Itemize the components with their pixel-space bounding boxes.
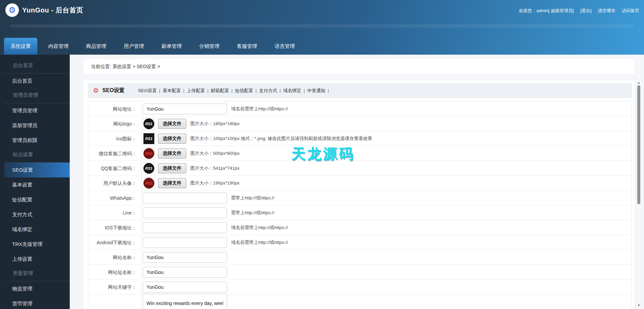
text-input[interactable] [143,267,227,278]
row-value-cell: RS1选择文件图片大小：541px*741px [141,161,632,176]
row-label: Android下载地址： [88,235,141,250]
row-label: 网站关键字： [88,280,141,294]
text-input[interactable] [143,237,227,248]
scrollbar-track[interactable]: ▲ ▼ [637,55,641,309]
page-title: YunGou - 后台首页 [22,6,83,15]
panel-nav-link[interactable]: 上传配置 [187,88,205,93]
choose-file-button[interactable]: 选择文件 [158,134,186,144]
breadcrumb-text: 当前位置: 系统设置 > SEO设置 > [91,64,160,69]
row-label: 网站短名称： [88,265,141,280]
sidebar-item[interactable]: 后台首页 [4,74,70,88]
panel-nav-link[interactable]: 中奖通知 [307,88,325,93]
logout-link[interactable]: [退出] [580,8,591,14]
sidebar-item[interactable]: 管理员权限 [4,133,70,148]
scrollbar-thumb[interactable] [637,85,640,204]
form-row: 网站地址：域名前需带上http://或https:// [88,102,632,116]
separator: | [207,88,208,93]
sidebar-item[interactable]: 支付方式 [4,207,70,222]
top-header: ⚙ YunGou - 后台首页 欢迎您：admin[ 超级管理员] [退出] 清… [0,0,644,55]
panel-nav-link[interactable]: 邮箱配置 [211,88,229,93]
sidebar-item[interactable]: 域名绑定 [4,222,70,237]
nav-tab[interactable]: 系统设置 [4,38,37,55]
text-input[interactable] [143,294,227,309]
panel-nav-link[interactable]: 支付方式 [259,88,277,93]
row-value-cell: RS1选择文件图片大小：500px*600px [141,146,632,161]
nav-tab[interactable]: 内容管理 [42,38,75,55]
separator: | [231,88,233,93]
scroll-up-arrow[interactable]: ▲ [637,81,641,84]
row-value-cell [141,265,632,280]
text-input[interactable] [143,282,227,292]
hint-text: 图片大小：100px*100px 格式：*.png; 修改此图片后请强制刷新或清… [190,136,372,142]
choose-file-button[interactable]: 选择文件 [158,148,186,159]
sidebar-item[interactable]: SEO设置 [4,163,70,177]
welcome-text: 欢迎您：admin[ 超级管理员] [519,8,574,14]
panel-nav-link[interactable]: 短信配置 [235,88,253,93]
sidebar-section-header: 界面管理 [4,266,70,281]
sidebar-item[interactable]: 物流管理 [4,281,70,296]
text-input[interactable] [143,252,227,263]
text-input[interactable] [143,207,227,218]
nav-tab[interactable]: 客服管理 [230,38,264,55]
file-thumbnail: RS1 [143,162,155,174]
hint-text: 图片大小：160px*160px [190,121,239,127]
visit-home-link[interactable]: 访问首页 [622,8,639,14]
separator: | [328,88,329,93]
panel-header: ⚙ SEO设置 SEO设置|基本配置|上传配置|邮箱配置|短信配置|支付方式|域… [88,83,632,98]
row-value-cell [141,280,632,294]
file-thumbnail: RS1 [143,118,155,130]
panel-nav-link[interactable]: SEO设置 [138,88,157,93]
row-value-cell: 需带上http://或https:// [141,191,632,205]
row-value-cell [141,294,632,309]
text-input[interactable] [143,222,227,233]
nav-tab[interactable]: 语言管理 [268,38,301,55]
file-thumbnail: RS1 [143,177,155,189]
row-label [88,294,141,309]
form-row: 网站logo：RS1选择文件图片大小：160px*160px [88,116,632,131]
gear-icon: ⚙ [93,87,99,94]
choose-file-button[interactable]: 选择文件 [158,163,186,173]
decorative-strip [10,24,634,28]
form-row: IOS下载地址：域名前需带上http://或https:// [88,220,632,235]
sidebar-item[interactable]: TRX充值管理 [4,237,70,252]
topbar-links: 欢迎您：admin[ 超级管理员] [退出] 清空缓存 访问首页 [519,8,639,14]
sidebar-item[interactable]: 上传设置 [4,252,70,266]
gear-icon: ⚙ [8,6,16,14]
choose-file-button[interactable]: 选择文件 [158,178,186,188]
choose-file-button[interactable]: 选择文件 [158,119,186,129]
breadcrumb: 当前位置: 系统设置 > SEO设置 > [84,59,635,74]
sidebar-item[interactable]: 货币管理 [4,296,70,309]
separator: | [183,88,185,93]
scroll-down-arrow[interactable]: ▼ [637,304,641,307]
clear-cache-link[interactable]: 清空缓存 [598,8,615,14]
nav-tab[interactable]: 商品管理 [79,38,113,55]
row-label: ico图标： [88,131,141,146]
row-label: IOS下载地址： [88,220,141,235]
sidebar-item[interactable]: 短信配置 [4,192,70,207]
sidebar-item[interactable]: 基本设置 [4,177,70,192]
row-label: 网站logo： [88,116,141,131]
sidebar-item[interactable]: 管理员管理 [4,103,70,118]
form-row: 网站名称： [88,250,632,265]
panel-nav-link[interactable]: 基本配置 [163,88,181,93]
form-row: QQ客服二维码：RS1选择文件图片大小：541px*741px [88,161,632,176]
text-input[interactable] [143,104,227,114]
sidebar-item[interactable]: 添加管理员 [4,118,70,133]
rs1-logo-image: RS1 [143,178,154,189]
separator: | [280,88,281,93]
hint-text: 域名前需带上http://或https:// [231,106,288,112]
hint-text: 需带上http://或https:// [231,195,274,201]
row-label: WhatsApp： [88,191,141,205]
row-value-cell: RS1选择文件图片大小：160px*160px [141,116,632,131]
sidebar-section-header: 站点设置 [4,148,70,163]
row-label: 网站地址： [88,102,141,116]
row-label: 网站名称： [88,250,141,265]
panel-nav-link[interactable]: 域名绑定 [283,88,301,93]
panel-nav-links: SEO设置|基本配置|上传配置|邮箱配置|短信配置|支付方式|域名绑定|中奖通知… [138,88,331,94]
nav-tab[interactable]: 刷单管理 [155,38,188,55]
row-value-cell: 域名前需带上http://或https:// [141,102,632,116]
text-input[interactable] [143,193,227,203]
nav-tab[interactable]: 用户管理 [117,38,151,55]
hint-text: 域名前需带上http://或https:// [231,225,288,231]
nav-tab[interactable]: 分销管理 [193,38,226,55]
